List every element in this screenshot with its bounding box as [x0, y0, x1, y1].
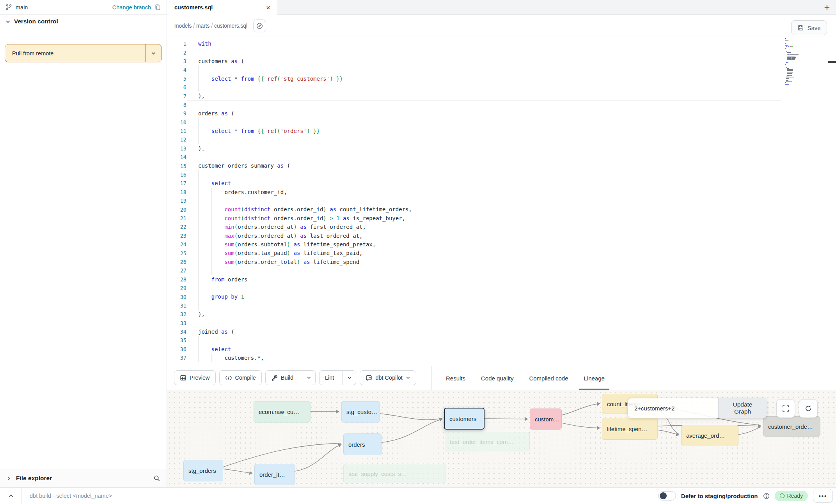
build-button[interactable]: Build [265, 370, 316, 385]
code-line[interactable]: 11 select * from {{ ref('orders') }} [167, 127, 836, 135]
tab-results[interactable]: Results [446, 366, 465, 390]
preview-button[interactable]: Preview [174, 370, 216, 385]
lineage-panel[interactable]: ecom.raw_cu…stg_custo…stg_ordersorder_it… [167, 390, 836, 487]
code-line[interactable]: 3customers as ( [167, 57, 836, 65]
code-line[interactable]: 6 [167, 83, 836, 92]
defer-toggle[interactable] [658, 491, 676, 500]
code-line[interactable]: 15customer_orders_summary as ( [167, 161, 836, 170]
code-line[interactable]: 23 max(orders.ordered_at) as last_ordere… [167, 232, 836, 240]
breadcrumb-part[interactable]: models [174, 23, 192, 29]
breadcrumb-part[interactable]: marts [196, 23, 210, 29]
code-line[interactable]: 22 min(orders.ordered_at) as first_order… [167, 223, 836, 231]
code-line[interactable]: 30 group by 1 [167, 292, 836, 301]
refresh-icon[interactable] [799, 399, 818, 418]
lineage-node-test-order-items[interactable]: test_order_items_com… [445, 432, 530, 451]
lineage-node-stg-customers[interactable]: stg_custo… [341, 401, 380, 423]
save-button[interactable]: Save [791, 20, 827, 35]
code-line[interactable]: 21 count(distinct orders.order_id) > 1 a… [167, 214, 836, 223]
code-line[interactable]: 5 select * from {{ ref('stg_customers') … [167, 74, 836, 83]
lineage-node-lifetime-spend[interactable]: lifetime_spen… [602, 418, 658, 440]
version-control-header[interactable]: Version control [5, 18, 58, 25]
code-line[interactable]: 13), [167, 144, 836, 153]
code-line[interactable]: 4 [167, 65, 836, 74]
indent-guide [211, 214, 212, 223]
code-line[interactable]: 19 [167, 196, 836, 205]
chevron-down-icon[interactable] [343, 371, 356, 385]
code-line[interactable]: 34joined as ( [167, 327, 836, 336]
tab-compiled-code[interactable]: Compiled code [529, 366, 568, 390]
chevron-down-icon[interactable] [406, 375, 410, 380]
code-line[interactable]: 8 [167, 101, 836, 109]
code-line[interactable]: 29 [167, 284, 836, 292]
lineage-node-average-order[interactable]: average_ord… [681, 425, 738, 446]
code-line[interactable]: 26 sum(orders.order_total) as lifetime_s… [167, 258, 836, 266]
code-line[interactable]: 12 [167, 135, 836, 144]
copy-icon[interactable] [154, 4, 161, 11]
compile-button[interactable]: Compile [219, 370, 262, 385]
dbt-ide-window: main Change branch Version control Pull … [0, 0, 836, 504]
indent-guide [198, 345, 199, 354]
code-line[interactable]: 10 [167, 118, 836, 127]
chevron-up-icon[interactable] [0, 488, 22, 504]
tab-lineage[interactable]: Lineage [584, 366, 604, 390]
lineage-node-ecom-raw-customers[interactable]: ecom.raw_cu… [254, 401, 311, 423]
code-line[interactable]: 17 select [167, 179, 836, 187]
code-line[interactable]: 2 [167, 48, 836, 57]
indent-guide [198, 275, 199, 284]
line-number: 30 [167, 294, 186, 300]
code-line[interactable]: 16 [167, 170, 836, 179]
code-line[interactable]: 14 [167, 153, 836, 161]
lineage-node-customers[interactable]: customers [444, 408, 485, 430]
lineage-node-customers-metric[interactable]: custom… [530, 409, 562, 430]
fullscreen-icon[interactable] [776, 399, 795, 418]
change-branch-link[interactable]: Change branch [112, 4, 151, 11]
tab-code-quality[interactable]: Code quality [481, 366, 513, 390]
indent-guide [211, 188, 212, 196]
search-icon[interactable] [153, 475, 160, 482]
code-line[interactable]: 33 [167, 319, 836, 327]
code-line[interactable]: 9orders as ( [167, 109, 836, 118]
update-graph-button[interactable]: Update Graph [718, 398, 767, 418]
code-line[interactable]: 37 customers.*, [167, 354, 836, 362]
line-number: 28 [167, 276, 186, 283]
code-line[interactable]: 28 from orders [167, 275, 836, 284]
code-line[interactable]: 27 [167, 266, 836, 275]
pull-options-chevron[interactable] [145, 44, 162, 62]
code-line[interactable]: 1with [167, 39, 836, 48]
chevron-down-icon[interactable] [302, 371, 315, 385]
code-line[interactable]: 31 [167, 301, 836, 310]
tab-customers-sql[interactable]: customers.sql × [167, 0, 277, 15]
line-number: 32 [167, 311, 186, 317]
lineage-node-orders[interactable]: orders [343, 433, 382, 455]
code-editor[interactable]: 1with23customers as (45 select * from {{… [167, 37, 836, 366]
scrollbar-cursor-mark[interactable] [828, 61, 836, 63]
code-line[interactable]: 36 select [167, 345, 836, 354]
lint-button[interactable]: Lint [319, 370, 356, 385]
dbt-copilot-button[interactable]: dbt Copilot [360, 370, 416, 385]
plus-icon[interactable]: + [824, 2, 830, 13]
lineage-node-customer-orders[interactable]: customer_orde… [763, 416, 820, 437]
compass-icon[interactable] [253, 19, 266, 32]
indent-guide [198, 284, 199, 292]
more-icon[interactable]: ••• [813, 489, 833, 503]
code-line[interactable]: 7), [167, 92, 836, 100]
lineage-node-stg-orders[interactable]: stg_orders [183, 460, 223, 481]
file-explorer-row[interactable]: File explorer [0, 469, 167, 487]
pull-from-remote-button[interactable]: Pull from remote [5, 44, 162, 62]
lineage-node-test-supply-costs[interactable]: test_supply_costs_s… [343, 464, 446, 483]
code-line[interactable]: 20 count(distinct orders.order_id) as co… [167, 205, 836, 214]
minimap[interactable] [785, 38, 819, 85]
help-circle-icon[interactable] [763, 493, 770, 499]
command-input[interactable] [29, 492, 271, 499]
lineage-node-order-items[interactable]: order_it… [254, 464, 295, 485]
code-line[interactable]: 24 sum(orders.subtotal) as lifetime_spen… [167, 240, 836, 249]
close-icon[interactable]: × [266, 4, 270, 11]
graph-filter-input[interactable] [628, 398, 718, 418]
button-label: dbt Copilot [375, 375, 402, 381]
breadcrumb-part[interactable]: customers.sql [214, 23, 247, 29]
code-line[interactable]: 32), [167, 310, 836, 318]
code-line[interactable]: 35 [167, 336, 836, 345]
code-line[interactable]: 25 sum(orders.tax_paid) as lifetime_tax_… [167, 249, 836, 257]
code-line[interactable]: 18 orders.customer_id, [167, 188, 836, 196]
status-badge[interactable]: Ready [775, 491, 808, 501]
